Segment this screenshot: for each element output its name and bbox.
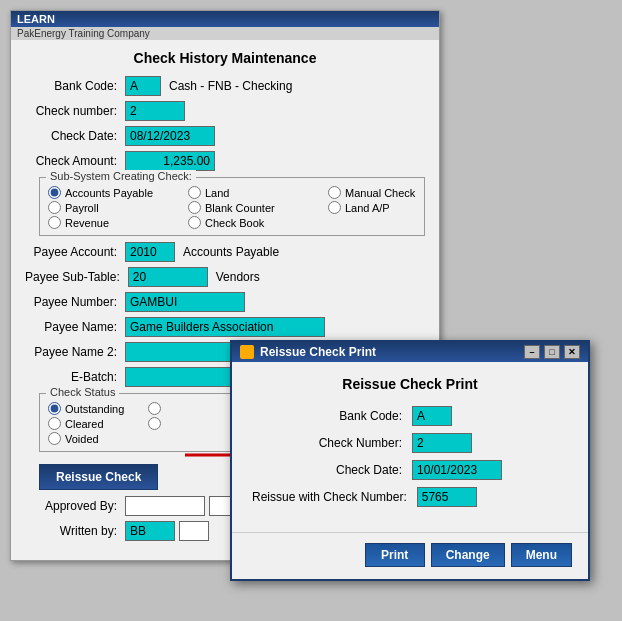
dialog-title-left: Reissue Check Print: [240, 345, 376, 359]
payee-name-label: Payee Name:: [25, 320, 125, 334]
radio-manual-check: Manual Check: [328, 186, 468, 199]
subsystem-group: Sub-System Creating Check: Accounts Paya…: [39, 177, 425, 236]
status-voided: Voided: [48, 432, 148, 445]
payee-subtable-name: Vendors: [216, 270, 260, 284]
payee-account-input[interactable]: [125, 242, 175, 262]
status-cleared: Cleared: [48, 417, 148, 430]
check-amount-row: Check Amount:: [25, 151, 425, 171]
dialog-window: Reissue Check Print – □ ✕ Reissue Check …: [230, 340, 590, 581]
check-number-row: Check number:: [25, 101, 425, 121]
dialog-reissue-number-input[interactable]: [417, 487, 477, 507]
dialog-check-date-label: Check Date:: [252, 463, 412, 477]
subsystem-radio-grid: Accounts Payable Land Manual Check Payro…: [48, 186, 416, 229]
dialog-title-bar: Reissue Check Print – □ ✕: [232, 342, 588, 362]
written-by-label: Written by:: [25, 524, 125, 538]
payee-number-label: Payee Number:: [25, 295, 125, 309]
payee-account-label: Payee Account:: [25, 245, 125, 259]
dialog-content: Reissue Check Print Bank Code: Check Num…: [232, 362, 588, 524]
main-heading: Check History Maintenance: [25, 50, 425, 66]
subsystem-title: Sub-System Creating Check:: [46, 170, 196, 182]
payee-name-row: Payee Name:: [25, 317, 425, 337]
ebatch-label: E-Batch:: [25, 370, 125, 384]
approved-by-label: Approved By:: [25, 499, 125, 513]
change-button[interactable]: Change: [431, 543, 505, 567]
dialog-reissue-number-label: Reissue with Check Number:: [252, 490, 417, 504]
dialog-reissue-number-row: Reissue with Check Number:: [252, 487, 568, 507]
dialog-check-date-input[interactable]: [412, 460, 502, 480]
check-date-input[interactable]: [125, 126, 215, 146]
check-number-label: Check number:: [25, 104, 125, 118]
written-by-extra-input[interactable]: [179, 521, 209, 541]
radio-land-ap: Land A/P: [328, 201, 468, 214]
radio-land: Land: [188, 186, 328, 199]
dialog-controls: – □ ✕: [524, 345, 580, 359]
payee-subtable-row: Payee Sub-Table: Vendors: [25, 267, 425, 287]
dialog-footer: Print Change Menu: [232, 532, 588, 579]
written-by-input[interactable]: [125, 521, 175, 541]
status-radio-grid: Outstanding Cleared Voided: [48, 402, 230, 445]
status-outstanding-extra: [148, 402, 228, 415]
reissue-check-button[interactable]: Reissue Check: [39, 464, 158, 490]
bank-code-input[interactable]: [125, 76, 161, 96]
dialog-check-number-input[interactable]: [412, 433, 472, 453]
payee-number-row: Payee Number:: [25, 292, 425, 312]
payee-number-input[interactable]: [125, 292, 245, 312]
dialog-minimize-button[interactable]: –: [524, 345, 540, 359]
dialog-title-text: Reissue Check Print: [260, 345, 376, 359]
dialog-main-heading: Reissue Check Print: [252, 376, 568, 392]
dialog-bank-code-row: Bank Code:: [252, 406, 568, 426]
radio-check-book: Check Book: [188, 216, 328, 229]
dialog-check-number-row: Check Number:: [252, 433, 568, 453]
learn-label: LEARN: [17, 13, 55, 25]
check-date-row: Check Date:: [25, 126, 425, 146]
main-title-bar: LEARN: [11, 11, 439, 27]
payee-subtable-label: Payee Sub-Table:: [25, 270, 128, 284]
status-cleared-extra: [148, 417, 228, 430]
company-label: PakEnergy Training Company: [11, 27, 439, 40]
dialog-check-date-row: Check Date:: [252, 460, 568, 480]
radio-payroll: Payroll: [48, 201, 188, 214]
menu-button[interactable]: Menu: [511, 543, 572, 567]
payee-account-row: Payee Account: Accounts Payable: [25, 242, 425, 262]
dialog-maximize-button[interactable]: □: [544, 345, 560, 359]
dialog-title-icon: [240, 345, 254, 359]
dialog-bank-code-input[interactable]: [412, 406, 452, 426]
bank-name-label: Cash - FNB - Checking: [169, 79, 292, 93]
check-amount-input[interactable]: [125, 151, 215, 171]
check-status-group: Check Status Outstanding Cleared: [39, 393, 239, 452]
approved-by-input[interactable]: [125, 496, 205, 516]
ebatch-input[interactable]: [125, 367, 245, 387]
radio-blank-counter: Blank Counter: [188, 201, 328, 214]
dialog-close-button[interactable]: ✕: [564, 345, 580, 359]
check-status-title: Check Status: [46, 386, 119, 398]
check-number-input[interactable]: [125, 101, 185, 121]
check-date-label: Check Date:: [25, 129, 125, 143]
payee-name2-label: Payee Name 2:: [25, 345, 125, 359]
print-button[interactable]: Print: [365, 543, 425, 567]
radio-revenue: Revenue: [48, 216, 188, 229]
bank-code-label: Bank Code:: [25, 79, 125, 93]
status-outstanding: Outstanding: [48, 402, 148, 415]
radio-accounts-payable: Accounts Payable: [48, 186, 188, 199]
payee-name-input[interactable]: [125, 317, 325, 337]
bank-code-row: Bank Code: Cash - FNB - Checking: [25, 76, 425, 96]
payee-account-name: Accounts Payable: [183, 245, 279, 259]
payee-subtable-input[interactable]: [128, 267, 208, 287]
check-amount-label: Check Amount:: [25, 154, 125, 168]
dialog-bank-code-label: Bank Code:: [252, 409, 412, 423]
dialog-check-number-label: Check Number:: [252, 436, 412, 450]
